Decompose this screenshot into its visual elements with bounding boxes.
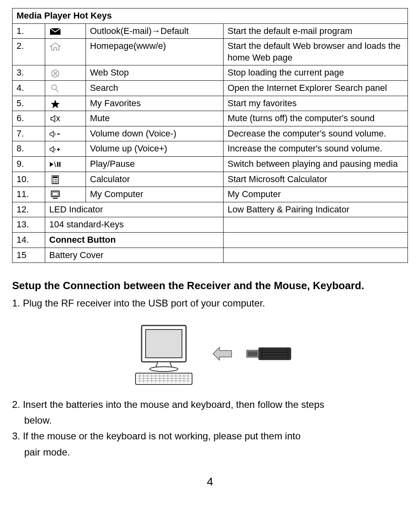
row-number: 10. — [13, 172, 45, 187]
setup-illustration — [12, 321, 408, 386]
row-desc: Low Battery & Pairing Indicator — [224, 202, 408, 217]
table-row: 7. Volume down (Voice-) Decrease the com… — [13, 126, 408, 141]
row-number: 4. — [13, 80, 45, 96]
row-number: 13. — [13, 217, 45, 233]
svg-rect-9 — [59, 162, 61, 167]
row-number: 2. — [13, 39, 45, 65]
svg-point-20 — [56, 183, 57, 183]
row-name: Web Stop — [86, 65, 224, 81]
step-2: 2. Insert the batteries into the mouse a… — [12, 398, 408, 411]
table-row: 8. Volume up (Voice+) Increase the compu… — [13, 141, 408, 157]
volume-down-icon — [45, 126, 86, 141]
row-desc: Switch between playing and pausing media — [224, 156, 408, 172]
svg-point-18 — [53, 183, 54, 183]
row-desc: Start the default Web browser and loads … — [224, 39, 408, 65]
row-number: 14. — [13, 232, 45, 248]
svg-point-19 — [55, 183, 56, 183]
search-icon — [45, 80, 86, 96]
row-number: 12. — [13, 202, 45, 217]
row-desc: My Computer — [224, 187, 408, 202]
step-1: 1. Plug the RF receiver into the USB por… — [12, 297, 408, 309]
table-row: 13. 104 standard-Keys — [13, 217, 408, 233]
table-row: 4. Search Open the Internet Explorer Sea… — [13, 80, 408, 96]
svg-rect-25 — [146, 330, 182, 358]
row-name: Volume down (Voice-) — [86, 126, 224, 141]
row-number: 1. — [13, 23, 45, 39]
row-number: 5. — [13, 96, 45, 111]
svg-rect-8 — [57, 162, 59, 167]
table-row: 11. My Computer My Computer — [13, 187, 408, 202]
table-row: 2. Homepage(www/e) Start the default Web… — [13, 39, 408, 65]
mail-icon — [45, 23, 86, 39]
usb-receiver-icon — [244, 344, 293, 364]
arrow-left-icon — [212, 346, 232, 362]
svg-point-17 — [56, 181, 57, 182]
row-number: 3. — [13, 65, 45, 81]
svg-point-16 — [55, 181, 56, 182]
table-row: 14. Connect Button — [13, 232, 408, 248]
svg-point-14 — [56, 179, 57, 180]
row-name: Calculator — [86, 172, 224, 187]
row-desc: Decrease the computer's sound volume. — [224, 126, 408, 141]
play-pause-icon — [45, 156, 86, 172]
hotkeys-table: Media Player Hot Keys 1. Outlook(E-mail)… — [12, 8, 408, 263]
mute-icon — [45, 111, 86, 126]
row-number: 11. — [13, 187, 45, 202]
row-number: 8. — [13, 141, 45, 157]
row-name: Search — [86, 80, 224, 96]
table-row: 3. Web Stop Stop loading the current pag… — [13, 65, 408, 81]
row-name: Homepage(www/e) — [86, 39, 224, 65]
svg-rect-22 — [52, 192, 58, 195]
svg-point-12 — [53, 179, 54, 180]
computer-illustration-icon — [127, 321, 200, 386]
table-title: Media Player Hot Keys — [13, 8, 408, 24]
star-icon — [45, 96, 86, 111]
row-name: Battery Cover — [45, 248, 224, 263]
row-desc — [224, 217, 408, 233]
row-name: My Computer — [86, 187, 224, 202]
row-name: 104 standard-Keys — [45, 217, 224, 233]
row-desc: Increase the computer's sound volume. — [224, 141, 408, 157]
row-desc: Open the Internet Explorer Search panel — [224, 80, 408, 96]
page-number: 4 — [12, 475, 408, 489]
row-desc: Start Microsoft Calculator — [224, 172, 408, 187]
table-row: 12. LED Indicator Low Battery & Pairing … — [13, 202, 408, 217]
row-name: Connect Button — [45, 232, 224, 248]
step-3: 3. If the mouse or the keyboard is not w… — [12, 430, 408, 442]
svg-point-15 — [53, 181, 54, 182]
svg-line-3 — [56, 89, 59, 92]
svg-point-26 — [150, 367, 178, 372]
row-desc — [224, 232, 408, 248]
row-desc: Start the default e-mail program — [224, 23, 408, 39]
row-name: LED Indicator — [45, 202, 224, 217]
table-row: 1. Outlook(E-mail)→Default Start the def… — [13, 23, 408, 39]
svg-line-7 — [54, 162, 56, 167]
section-heading: Setup the Connection between the Receive… — [12, 279, 408, 293]
step-2b: below. — [12, 414, 408, 426]
step-3b: pair mode. — [12, 446, 408, 458]
svg-rect-50 — [248, 351, 257, 356]
home-icon — [45, 39, 86, 65]
row-number: 7. — [13, 126, 45, 141]
row-number: 15 — [13, 248, 45, 263]
table-row: 6. Mute Mute (turns off) the computer's … — [13, 111, 408, 126]
volume-up-icon — [45, 141, 86, 157]
row-desc: Mute (turns off) the computer's sound — [224, 111, 408, 126]
svg-rect-11 — [53, 176, 58, 178]
row-number: 6. — [13, 111, 45, 126]
table-row: 9. Play/Pause Switch between playing and… — [13, 156, 408, 172]
row-name: My Favorites — [86, 96, 224, 111]
row-desc: Start my favorites — [224, 96, 408, 111]
row-name: Volume up (Voice+) — [86, 141, 224, 157]
row-desc — [224, 248, 408, 263]
svg-point-2 — [52, 85, 56, 90]
row-name: Play/Pause — [86, 156, 224, 172]
table-row: 5. My Favorites Start my favorites — [13, 96, 408, 111]
row-name: Mute — [86, 111, 224, 126]
table-row: 15 Battery Cover — [13, 248, 408, 263]
table-row: 10. Calculator Start Microsoft Calculato… — [13, 172, 408, 187]
row-name: Outlook(E-mail)→Default — [86, 23, 224, 39]
calculator-icon — [45, 172, 86, 187]
svg-point-13 — [55, 179, 56, 180]
computer-icon — [45, 187, 86, 202]
